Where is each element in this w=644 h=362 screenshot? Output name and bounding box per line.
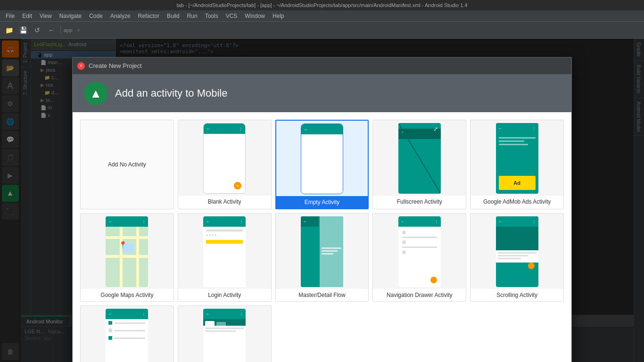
card-scrolling-label: Scrolling Activity: [471, 289, 563, 301]
toolbar: 📁 💾 ↺ ← app ▼: [0, 22, 644, 39]
activity-grid: Add No Activity ← ⋮ +: [78, 118, 566, 362]
menu-navigate[interactable]: Navigate: [56, 12, 85, 20]
modal-overlay: × Create New Project ▲ Add an activity t…: [0, 39, 644, 362]
card-blank-preview: ← ⋮ +: [178, 120, 271, 196]
menu-help[interactable]: Help: [269, 12, 288, 20]
card-add-no-activity[interactable]: Add No Activity: [80, 120, 174, 209]
menu-vcs[interactable]: VCS: [222, 12, 241, 20]
card-scrolling-activity[interactable]: ← ⋮: [470, 213, 564, 302]
card-settings-preview: ← ⋮: [81, 306, 173, 362]
menu-analyze[interactable]: Analyze: [107, 12, 134, 20]
card-maps-activity[interactable]: ← ⋮ 📍: [80, 213, 174, 302]
card-admob-label: Google AdMob Ads Activity: [471, 196, 563, 208]
menu-window[interactable]: Window: [241, 12, 269, 20]
card-admob-preview: ← ⋮ Ad: [471, 120, 563, 196]
toolbar-back-btn[interactable]: ←: [45, 24, 58, 36]
card-login-activity[interactable]: ← ⋮: [178, 213, 272, 302]
card-empty-preview: ←: [276, 121, 368, 196]
card-fullscreen-activity[interactable]: ← ⤢ Fullscreen Activity: [372, 120, 466, 209]
dialog-titlebar: × Create New Project: [73, 58, 571, 74]
card-nav-drawer[interactable]: ← ⋮: [372, 213, 466, 302]
card-empty-activity[interactable]: ← Empty Activity: [275, 120, 369, 209]
toolbar-save-btn[interactable]: 💾: [17, 24, 29, 36]
menu-refactor[interactable]: Refactor: [134, 12, 163, 20]
toolbar-folder-btn[interactable]: 📁: [3, 24, 15, 36]
menu-edit[interactable]: Edit: [18, 12, 36, 20]
card-master-preview: ←: [276, 214, 369, 289]
card-admob-activity[interactable]: ← ⋮ Ad Google AdMo: [470, 120, 564, 209]
card-blank-label: Blank Activity: [178, 196, 271, 208]
dialog-close-button[interactable]: ×: [77, 62, 85, 70]
card-empty-label: Empty Activity: [276, 196, 368, 208]
dialog-heading-text: Add an activity to Mobile: [115, 87, 227, 99]
android-logo-icon: ▲: [84, 82, 107, 105]
card-fullscreen-preview: ← ⤢: [373, 120, 466, 196]
menu-tools[interactable]: Tools: [201, 12, 222, 20]
title-bar: tab - [~/AndroidStudioProjects/tab] - [a…: [0, 0, 644, 10]
card-login-label: Login Activity: [178, 289, 271, 301]
menu-run[interactable]: Run: [183, 12, 201, 20]
dialog-body: Add No Activity ← ⋮ +: [73, 112, 571, 362]
card-maps-preview: ← ⋮ 📍: [81, 214, 173, 289]
menu-bar: File Edit View Navigate Code Analyze Ref…: [0, 10, 644, 22]
menu-view[interactable]: View: [36, 12, 56, 20]
card-scrolling-preview: ← ⋮: [471, 214, 563, 289]
menu-file[interactable]: File: [2, 12, 18, 20]
card-master-detail[interactable]: ← Master/Detail Flow: [275, 213, 369, 302]
card-settings-activity[interactable]: ← ⋮: [80, 305, 174, 362]
card-tabbed-preview: ← ⋮: [178, 306, 271, 362]
toolbar-refresh-btn[interactable]: ↺: [31, 24, 43, 36]
svg-line-0: [398, 123, 441, 194]
card-master-label: Master/Detail Flow: [276, 289, 369, 301]
card-fullscreen-label: Fullscreen Activity: [373, 196, 466, 208]
menu-build[interactable]: Build: [163, 12, 183, 20]
card-maps-label: Google Maps Activity: [81, 289, 173, 301]
dialog-create-project: × Create New Project ▲ Add an activity t…: [72, 57, 572, 362]
dialog-header: ▲ Add an activity to Mobile: [73, 74, 571, 112]
menu-code[interactable]: Code: [85, 12, 107, 20]
admob-ad-label: Ad: [499, 176, 536, 190]
card-nav-preview: ← ⋮: [373, 214, 466, 289]
card-add-no-activity-label: Add No Activity: [105, 158, 149, 171]
card-blank-activity[interactable]: ← ⋮ + Blank Activity: [178, 120, 272, 209]
card-nav-label: Navigation Drawer Activity: [373, 289, 466, 301]
dialog-title-text: Create New Project: [89, 62, 142, 69]
card-tabbed-activity[interactable]: ← ⋮: [178, 305, 272, 362]
title-text: tab - [~/AndroidStudioProjects/tab] - [a…: [177, 2, 468, 8]
card-login-preview: ← ⋮: [178, 214, 271, 289]
